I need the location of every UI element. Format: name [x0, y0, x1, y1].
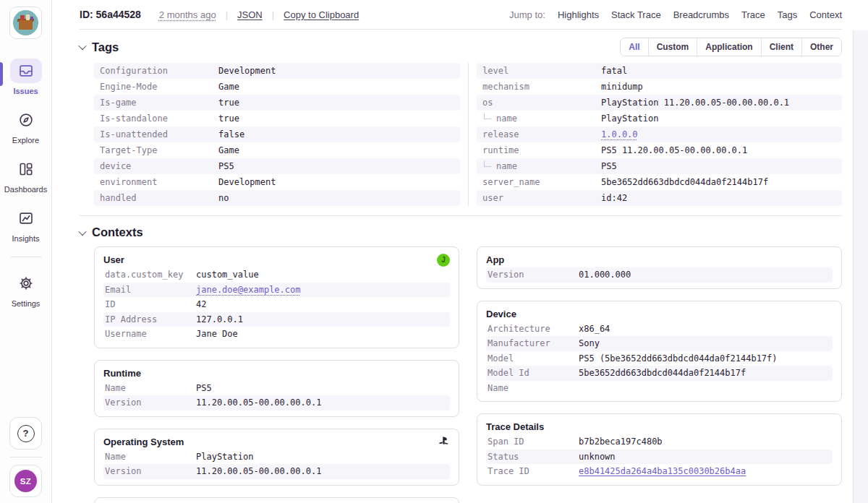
- tag-filter-application[interactable]: Application: [697, 38, 760, 56]
- user-avatar: SZ: [14, 470, 37, 492]
- tag-filter-custom[interactable]: Custom: [648, 38, 697, 56]
- help-icon: ?: [17, 425, 35, 442]
- value-text: false: [218, 129, 244, 139]
- context-card-device: DeviceArchitecturex86_64ManufacturerSony…: [477, 301, 842, 403]
- value-text: Game: [218, 82, 239, 92]
- tag-key: Target-Type: [94, 145, 218, 155]
- context-row: NamePS5: [103, 381, 450, 396]
- jump-link-context[interactable]: Context: [809, 9, 842, 20]
- tag-key: Is-standalone: [94, 113, 218, 124]
- value-text: fatal: [601, 66, 627, 76]
- jump-to-label: Jump to:: [509, 9, 545, 20]
- value-text: 42: [196, 299, 206, 309]
- context-key: Model: [488, 353, 579, 364]
- context-key: Manufacturer: [488, 338, 579, 348]
- jump-link-highlights[interactable]: Highlights: [558, 9, 599, 20]
- context-card-app: AppVersion01.000.000: [477, 246, 842, 289]
- value-link[interactable]: 1.0.0.0: [601, 129, 638, 139]
- tag-filter-all[interactable]: All: [621, 38, 647, 56]
- jump-link-breadcrumbs[interactable]: Breadcrumbs: [673, 9, 729, 20]
- sidebar-item-label: Explore: [12, 136, 39, 145]
- context-key: Name: [105, 383, 196, 393]
- context-row: Architecturex86_64: [486, 322, 833, 337]
- sidebar-item-insights[interactable]: Insights: [0, 206, 51, 243]
- sidebar-item-issues[interactable]: Issues: [0, 59, 51, 95]
- context-row: Version11.20.00.05-00.00.00.0.1: [103, 464, 450, 479]
- context-key: Status: [488, 452, 579, 462]
- contexts-section-title: Contexts: [92, 225, 143, 239]
- tag-row: ConfigurationDevelopment: [94, 63, 460, 79]
- tags-column-right: levelfatalmechanismminidumposPlayStation…: [468, 63, 842, 206]
- collapse-chevron-icon[interactable]: [78, 42, 86, 50]
- tree-connector-icon: [484, 161, 491, 167]
- active-nav-indicator: [0, 62, 3, 86]
- value-text: PS5 (5be3652dd663dbdcd044da0f2144b17f): [579, 353, 778, 364]
- context-row: Version11.20.00.05-00.00.00.0.1: [103, 395, 450, 410]
- card-title: Operating System: [103, 437, 184, 447]
- tag-filter-client[interactable]: Client: [761, 38, 801, 56]
- sidebar-divider: [10, 457, 42, 457]
- divider: |: [272, 9, 274, 20]
- sidebar: IssuesExploreDashboardsInsightsSettings …: [0, 0, 52, 503]
- context-card-runtime: RuntimeNamePS5Version11.20.00.05-00.00.0…: [94, 360, 459, 417]
- sidebar-item-settings[interactable]: Settings: [0, 271, 51, 308]
- contexts-column-right: AppVersion01.000.000DeviceArchitecturex8…: [477, 246, 842, 486]
- contexts-section: Contexts UserJdata.custom_keycustom_valu…: [80, 225, 842, 503]
- jump-link-tags[interactable]: Tags: [778, 9, 797, 20]
- user-menu-button[interactable]: SZ: [9, 465, 42, 497]
- tag-row: environmentDevelopment: [94, 174, 460, 190]
- context-row: Emailjane.doe@example.com: [103, 283, 450, 298]
- tag-row: namePlayStation: [477, 111, 842, 126]
- collapse-chevron-icon[interactable]: [78, 227, 86, 235]
- jump-link-trace[interactable]: Trace: [741, 9, 765, 20]
- copy-to-clipboard-link[interactable]: Copy to Clipboard: [284, 9, 359, 20]
- value-link[interactable]: jane.doe@example.com: [196, 285, 301, 295]
- tag-row: levelfatal: [477, 63, 842, 79]
- value-text: PS5: [601, 161, 617, 171]
- tag-key: Configuration: [94, 66, 218, 76]
- context-key: Version: [488, 270, 579, 280]
- context-row: Trace IDe8b41425da264a4ba135c0030b26b4aa: [486, 464, 833, 479]
- tag-row: server_name5be3652dd663dbdcd044da0f2144b…: [477, 174, 842, 190]
- tag-row: userid:42: [477, 190, 842, 206]
- sidebar-item-label: Settings: [12, 299, 41, 308]
- tag-row: Is-gametrue: [94, 95, 460, 111]
- tag-row: Is-unattendedfalse: [94, 126, 460, 142]
- tag-row: devicePS5: [94, 158, 460, 174]
- context-key: Username: [105, 329, 196, 339]
- event-id: ID: 56a44528: [80, 9, 141, 20]
- tag-row: namePS5: [477, 158, 842, 174]
- tree-connector-icon: [484, 113, 491, 119]
- tag-row: mechanismminidump: [477, 79, 842, 95]
- jump-link-stack-trace[interactable]: Stack Trace: [611, 9, 661, 20]
- card-title: App: [486, 254, 504, 265]
- value-text: PS5: [196, 383, 212, 393]
- sidebar-item-explore[interactable]: Explore: [0, 108, 51, 145]
- tag-key: Is-unattended: [94, 129, 218, 139]
- tag-key: os: [477, 98, 601, 108]
- context-row: UsernameJane Doe: [103, 327, 450, 342]
- scrollbar-track: [853, 30, 868, 503]
- sidebar-item-label: Issues: [13, 87, 38, 95]
- user-gravatar-icon: J: [437, 254, 450, 267]
- event-timestamp-link[interactable]: 2 months ago: [159, 9, 216, 20]
- divider: |: [226, 9, 228, 20]
- context-row: ModelPS5 (5be3652dd663dbdcd044da0f2144b1…: [486, 351, 833, 366]
- value-link[interactable]: e8b41425da264a4ba135c0030b26b4aa: [579, 466, 746, 476]
- tag-filter-other[interactable]: Other: [801, 38, 841, 56]
- tag-key: name: [477, 161, 601, 171]
- tag-key: Is-game: [94, 98, 218, 108]
- context-row: NamePlayStation: [103, 450, 450, 465]
- json-link[interactable]: JSON: [237, 9, 263, 20]
- tag-row: runtimePS5 11.20.00.05-00.00.00.0.1: [477, 142, 842, 158]
- context-card-operating-system: Operating SystemNamePlayStationVersion11…: [94, 429, 459, 486]
- help-button[interactable]: ?: [9, 417, 42, 450]
- tag-row: handledno: [94, 190, 460, 206]
- value-text: no: [218, 193, 229, 203]
- org-avatar[interactable]: [9, 7, 42, 39]
- value-text: id:42: [601, 193, 627, 203]
- sidebar-item-dashboards[interactable]: Dashboards: [0, 157, 51, 194]
- context-row: ID42: [103, 297, 450, 312]
- tag-key: runtime: [477, 145, 601, 155]
- context-key: data.custom_key: [105, 270, 196, 280]
